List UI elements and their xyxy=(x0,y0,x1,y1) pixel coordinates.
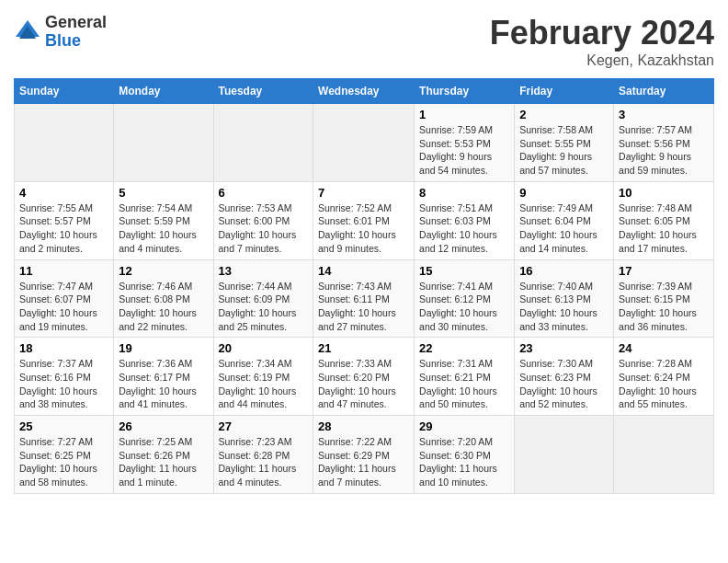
day-number: 20 xyxy=(219,341,309,355)
day-info: Sunrise: 7:25 AM Sunset: 6:26 PM Dayligh… xyxy=(119,435,208,489)
day-number: 21 xyxy=(318,341,409,355)
calendar-cell: 4Sunrise: 7:55 AM Sunset: 5:57 PM Daylig… xyxy=(15,181,114,259)
day-info: Sunrise: 7:47 AM Sunset: 6:07 PM Dayligh… xyxy=(19,280,108,334)
calendar-cell: 15Sunrise: 7:41 AM Sunset: 6:12 PM Dayli… xyxy=(415,259,515,338)
calendar-cell: 2Sunrise: 7:58 AM Sunset: 5:55 PM Daylig… xyxy=(515,104,614,182)
day-number: 29 xyxy=(419,419,509,433)
calendar-week-row: 1Sunrise: 7:59 AM Sunset: 5:53 PM Daylig… xyxy=(15,104,714,182)
day-number: 18 xyxy=(19,341,108,355)
calendar-cell: 3Sunrise: 7:57 AM Sunset: 5:56 PM Daylig… xyxy=(614,104,714,182)
calendar-cell xyxy=(515,416,614,494)
calendar-cell: 19Sunrise: 7:36 AM Sunset: 6:17 PM Dayli… xyxy=(114,338,213,416)
weekday-header: Tuesday xyxy=(213,79,313,104)
day-info: Sunrise: 7:41 AM Sunset: 6:12 PM Dayligh… xyxy=(419,280,509,334)
day-number: 14 xyxy=(318,264,409,278)
day-info: Sunrise: 7:51 AM Sunset: 6:03 PM Dayligh… xyxy=(419,201,509,256)
day-number: 3 xyxy=(619,108,709,121)
day-number: 22 xyxy=(419,341,509,355)
calendar-cell: 8Sunrise: 7:51 AM Sunset: 6:03 PM Daylig… xyxy=(415,181,515,259)
logo-blue-text: Blue xyxy=(45,32,107,51)
day-number: 9 xyxy=(519,186,609,200)
day-info: Sunrise: 7:46 AM Sunset: 6:08 PM Dayligh… xyxy=(119,280,208,334)
calendar-week-row: 11Sunrise: 7:47 AM Sunset: 6:07 PM Dayli… xyxy=(15,259,714,338)
day-info: Sunrise: 7:44 AM Sunset: 6:09 PM Dayligh… xyxy=(219,280,309,334)
calendar-cell: 1Sunrise: 7:59 AM Sunset: 5:53 PM Daylig… xyxy=(415,104,515,182)
day-info: Sunrise: 7:23 AM Sunset: 6:28 PM Dayligh… xyxy=(219,435,309,489)
day-info: Sunrise: 7:39 AM Sunset: 6:15 PM Dayligh… xyxy=(619,280,709,334)
day-info: Sunrise: 7:30 AM Sunset: 6:23 PM Dayligh… xyxy=(519,357,609,411)
calendar-week-row: 18Sunrise: 7:37 AM Sunset: 6:16 PM Dayli… xyxy=(15,338,714,416)
day-number: 10 xyxy=(619,186,709,200)
day-number: 8 xyxy=(419,186,509,200)
title-block: February 2024 Kegen, Kazakhstan xyxy=(490,14,714,69)
day-number: 1 xyxy=(419,108,509,121)
calendar-subtitle: Kegen, Kazakhstan xyxy=(490,52,714,69)
calendar-cell: 25Sunrise: 7:27 AM Sunset: 6:25 PM Dayli… xyxy=(15,416,114,494)
day-number: 7 xyxy=(318,186,409,200)
calendar-cell: 26Sunrise: 7:25 AM Sunset: 6:26 PM Dayli… xyxy=(114,416,213,494)
day-info: Sunrise: 7:53 AM Sunset: 6:00 PM Dayligh… xyxy=(219,201,309,256)
calendar-cell xyxy=(614,416,714,494)
calendar-cell: 10Sunrise: 7:48 AM Sunset: 6:05 PM Dayli… xyxy=(614,181,714,259)
day-number: 28 xyxy=(318,419,409,433)
day-info: Sunrise: 7:36 AM Sunset: 6:17 PM Dayligh… xyxy=(119,357,208,411)
day-number: 2 xyxy=(519,108,609,121)
day-info: Sunrise: 7:43 AM Sunset: 6:11 PM Dayligh… xyxy=(318,280,409,334)
calendar-week-row: 4Sunrise: 7:55 AM Sunset: 5:57 PM Daylig… xyxy=(15,181,714,259)
day-number: 17 xyxy=(619,264,709,278)
day-info: Sunrise: 7:59 AM Sunset: 5:53 PM Dayligh… xyxy=(419,123,509,178)
logo-general-text: General xyxy=(45,14,107,32)
calendar-cell: 22Sunrise: 7:31 AM Sunset: 6:21 PM Dayli… xyxy=(415,338,515,416)
calendar-cell xyxy=(213,104,313,182)
day-number: 5 xyxy=(119,186,208,200)
day-info: Sunrise: 7:33 AM Sunset: 6:20 PM Dayligh… xyxy=(318,357,409,411)
calendar-cell: 23Sunrise: 7:30 AM Sunset: 6:23 PM Dayli… xyxy=(515,338,614,416)
day-info: Sunrise: 7:28 AM Sunset: 6:24 PM Dayligh… xyxy=(619,357,709,411)
weekday-header: Thursday xyxy=(415,79,515,104)
calendar-table: SundayMondayTuesdayWednesdayThursdayFrid… xyxy=(14,78,714,494)
calendar-cell: 28Sunrise: 7:22 AM Sunset: 6:29 PM Dayli… xyxy=(313,416,415,494)
calendar-title: February 2024 xyxy=(490,14,714,52)
day-number: 23 xyxy=(519,341,609,355)
day-number: 4 xyxy=(19,186,108,200)
page-header: General Blue February 2024 Kegen, Kazakh… xyxy=(14,14,714,69)
day-info: Sunrise: 7:49 AM Sunset: 6:04 PM Dayligh… xyxy=(519,201,609,256)
day-info: Sunrise: 7:52 AM Sunset: 6:01 PM Dayligh… xyxy=(318,201,409,256)
logo-icon xyxy=(14,18,41,46)
calendar-cell: 14Sunrise: 7:43 AM Sunset: 6:11 PM Dayli… xyxy=(313,259,415,338)
weekday-header: Friday xyxy=(515,79,614,104)
calendar-cell xyxy=(114,104,213,182)
day-number: 15 xyxy=(419,264,509,278)
calendar-cell: 20Sunrise: 7:34 AM Sunset: 6:19 PM Dayli… xyxy=(213,338,313,416)
day-number: 11 xyxy=(19,264,108,278)
day-info: Sunrise: 7:31 AM Sunset: 6:21 PM Dayligh… xyxy=(419,357,509,411)
calendar-cell: 17Sunrise: 7:39 AM Sunset: 6:15 PM Dayli… xyxy=(614,259,714,338)
day-info: Sunrise: 7:54 AM Sunset: 5:59 PM Dayligh… xyxy=(119,201,208,256)
day-info: Sunrise: 7:57 AM Sunset: 5:56 PM Dayligh… xyxy=(619,123,709,178)
day-info: Sunrise: 7:22 AM Sunset: 6:29 PM Dayligh… xyxy=(318,435,409,489)
day-number: 24 xyxy=(619,341,709,355)
logo: General Blue xyxy=(14,14,107,51)
weekday-header: Sunday xyxy=(15,79,114,104)
calendar-cell: 9Sunrise: 7:49 AM Sunset: 6:04 PM Daylig… xyxy=(515,181,614,259)
weekday-header: Monday xyxy=(114,79,213,104)
calendar-cell: 12Sunrise: 7:46 AM Sunset: 6:08 PM Dayli… xyxy=(114,259,213,338)
day-number: 19 xyxy=(119,341,208,355)
day-number: 26 xyxy=(119,419,208,433)
calendar-cell: 11Sunrise: 7:47 AM Sunset: 6:07 PM Dayli… xyxy=(15,259,114,338)
day-info: Sunrise: 7:20 AM Sunset: 6:30 PM Dayligh… xyxy=(419,435,509,489)
calendar-header: SundayMondayTuesdayWednesdayThursdayFrid… xyxy=(15,79,714,104)
day-info: Sunrise: 7:58 AM Sunset: 5:55 PM Dayligh… xyxy=(519,123,609,178)
day-info: Sunrise: 7:48 AM Sunset: 6:05 PM Dayligh… xyxy=(619,201,709,256)
calendar-week-row: 25Sunrise: 7:27 AM Sunset: 6:25 PM Dayli… xyxy=(15,416,714,494)
calendar-cell: 13Sunrise: 7:44 AM Sunset: 6:09 PM Dayli… xyxy=(213,259,313,338)
weekday-header: Wednesday xyxy=(313,79,415,104)
day-info: Sunrise: 7:37 AM Sunset: 6:16 PM Dayligh… xyxy=(19,357,108,411)
calendar-cell: 7Sunrise: 7:52 AM Sunset: 6:01 PM Daylig… xyxy=(313,181,415,259)
day-info: Sunrise: 7:40 AM Sunset: 6:13 PM Dayligh… xyxy=(519,280,609,334)
calendar-cell: 29Sunrise: 7:20 AM Sunset: 6:30 PM Dayli… xyxy=(415,416,515,494)
header-row: SundayMondayTuesdayWednesdayThursdayFrid… xyxy=(15,79,714,104)
day-info: Sunrise: 7:34 AM Sunset: 6:19 PM Dayligh… xyxy=(219,357,309,411)
calendar-cell: 18Sunrise: 7:37 AM Sunset: 6:16 PM Dayli… xyxy=(15,338,114,416)
calendar-cell xyxy=(313,104,415,182)
